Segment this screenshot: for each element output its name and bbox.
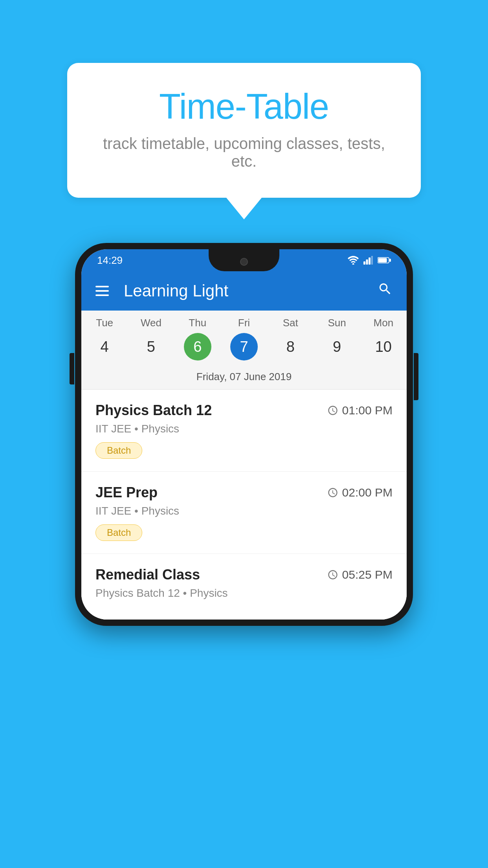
- batch-badge: Batch: [95, 524, 142, 541]
- schedule-class-name: JEE Prep: [95, 484, 158, 501]
- signal-icon: [363, 256, 373, 265]
- day-col-sat[interactable]: Sat8: [267, 317, 314, 366]
- day-col-sun[interactable]: Sun9: [314, 317, 360, 366]
- day-name-label: Sat: [267, 317, 314, 329]
- day-number: 6: [184, 333, 211, 360]
- schedule-meta: Physics Batch 12 • Physics: [95, 587, 393, 600]
- day-col-fri[interactable]: Fri7: [221, 317, 267, 366]
- day-name-label: Mon: [360, 317, 407, 329]
- app-bar: Learning Light: [81, 271, 407, 311]
- clock-icon: [327, 405, 338, 416]
- search-icon: [378, 281, 393, 296]
- app-bar-title: Learning Light: [124, 281, 366, 300]
- app-description: track timetable, upcoming classes, tests…: [99, 135, 389, 170]
- schedule-item-header: Physics Batch 1201:00 PM: [95, 402, 393, 419]
- status-bar: 14:29: [81, 249, 407, 271]
- day-col-tue[interactable]: Tue4: [81, 317, 128, 366]
- clock-icon: [327, 569, 338, 580]
- schedule-item[interactable]: Remedial Class05:25 PMPhysics Batch 12 •…: [81, 554, 407, 620]
- wifi-icon: [348, 256, 359, 265]
- search-button[interactable]: [378, 281, 393, 300]
- svg-rect-4: [371, 256, 373, 265]
- day-number: 9: [323, 333, 351, 360]
- schedule-time: 02:00 PM: [327, 486, 393, 499]
- day-headers-row: Tue4Wed5Thu6Fri7Sat8Sun9Mon10: [81, 311, 407, 366]
- svg-rect-2: [366, 259, 368, 265]
- day-number: 5: [137, 333, 165, 360]
- clock-icon: [327, 487, 338, 498]
- svg-rect-7: [389, 259, 391, 262]
- schedule-meta: IIT JEE • Physics: [95, 505, 393, 517]
- schedule-item[interactable]: JEE Prep02:00 PMIIT JEE • PhysicsBatch: [81, 472, 407, 554]
- speech-bubble-container: Time-Table track timetable, upcoming cla…: [67, 63, 421, 219]
- speech-bubble: Time-Table track timetable, upcoming cla…: [67, 63, 421, 198]
- svg-rect-1: [363, 261, 365, 265]
- day-name-label: Sun: [314, 317, 360, 329]
- front-camera: [240, 258, 248, 266]
- day-col-wed[interactable]: Wed5: [128, 317, 174, 366]
- app-name-title: Time-Table: [99, 86, 389, 127]
- svg-point-0: [352, 263, 354, 265]
- batch-badge: Batch: [95, 442, 142, 459]
- status-time: 14:29: [97, 254, 123, 267]
- schedule-list: Physics Batch 1201:00 PMIIT JEE • Physic…: [81, 390, 407, 620]
- calendar-strip: Tue4Wed5Thu6Fri7Sat8Sun9Mon10 Friday, 07…: [81, 311, 407, 390]
- battery-icon: [378, 257, 391, 264]
- status-icons: [348, 256, 391, 265]
- hamburger-line-3: [95, 294, 109, 296]
- day-number: 8: [277, 333, 304, 360]
- schedule-meta: IIT JEE • Physics: [95, 423, 393, 435]
- hamburger-line-2: [95, 290, 109, 292]
- day-col-thu[interactable]: Thu6: [174, 317, 221, 366]
- day-col-mon[interactable]: Mon10: [360, 317, 407, 366]
- day-name-label: Wed: [128, 317, 174, 329]
- schedule-item-header: Remedial Class05:25 PM: [95, 566, 393, 583]
- selected-date-label: Friday, 07 June 2019: [81, 366, 407, 389]
- day-name-label: Thu: [174, 317, 221, 329]
- svg-rect-6: [378, 258, 387, 263]
- hamburger-menu-button[interactable]: [95, 286, 109, 296]
- schedule-time: 01:00 PM: [327, 404, 393, 417]
- schedule-class-name: Physics Batch 12: [95, 402, 212, 419]
- svg-rect-3: [369, 257, 371, 265]
- schedule-item[interactable]: Physics Batch 1201:00 PMIIT JEE • Physic…: [81, 390, 407, 472]
- speech-bubble-arrow: [226, 198, 262, 219]
- day-number: 7: [230, 333, 258, 360]
- day-name-label: Fri: [221, 317, 267, 329]
- day-number: 10: [370, 333, 397, 360]
- phone-screen: 14:29: [81, 249, 407, 620]
- phone-outer-shell: 14:29: [75, 243, 413, 626]
- phone-notch: [209, 249, 279, 271]
- schedule-time: 05:25 PM: [327, 568, 393, 581]
- phone-mockup: 14:29: [75, 243, 413, 626]
- day-name-label: Tue: [81, 317, 128, 329]
- schedule-class-name: Remedial Class: [95, 566, 200, 583]
- day-number: 4: [91, 333, 118, 360]
- schedule-item-header: JEE Prep02:00 PM: [95, 484, 393, 501]
- hamburger-line-1: [95, 286, 109, 287]
